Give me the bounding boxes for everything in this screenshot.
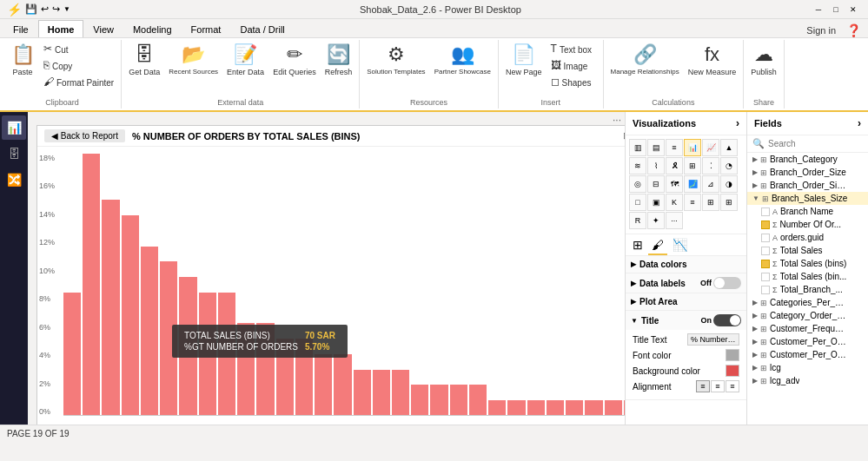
viz-area[interactable]: ▲ [720,139,738,156]
bar-15[interactable] [354,370,371,416]
data-labels-toggle[interactable] [713,277,741,289]
minimize-button[interactable]: ─ [811,3,826,16]
bar-28[interactable] [605,400,622,416]
field-item-categories-per-ord[interactable]: ▶ ⊞ Categories_Per_Ord... [747,296,868,309]
viz-clustered-bar[interactable]: ≡ [666,139,683,156]
cut-button[interactable]: ✂ Cut [40,42,117,57]
bar-26[interactable] [566,400,583,416]
viz-waterfall[interactable]: ⊞ [684,157,701,175]
viz-donut[interactable]: ◎ [629,175,646,193]
back-to-report-button[interactable]: ◀ Back to Report [44,129,125,142]
title-text-input[interactable]: % Number Of... [687,333,739,346]
maximize-button[interactable]: □ [828,3,844,16]
bar-20[interactable] [450,385,467,416]
publish-button[interactable]: ☁ Publish [747,42,780,92]
tab-modeling[interactable]: Modeling [123,20,182,37]
bar-13[interactable] [315,354,332,416]
viz-more[interactable]: ··· [666,212,683,229]
field-checkbox[interactable] [761,286,770,294]
manage-relationships-button[interactable]: 🔗 Manage Relationships [607,42,683,92]
viz-stacked-area[interactable]: ≋ [629,157,646,175]
field-item-branch-order-size[interactable]: ▶ ⊞ Branch_Order_Size [747,166,868,179]
tab-format[interactable]: Format [182,20,231,37]
viz-gauge[interactable]: ◑ [720,175,738,193]
field-checkbox-checked[interactable] [761,260,770,268]
bar-25[interactable] [547,400,564,416]
get-data-button[interactable]: 🗄 Get Data [125,42,163,92]
field-item-lcg-adv[interactable]: ▶ ⊞ lcg_adv [747,374,868,387]
bar-19[interactable] [430,385,447,416]
viz-kpi[interactable]: K [666,194,683,211]
enter-data-button[interactable]: 📝 Enter Data [223,42,268,92]
fields-search-input[interactable] [768,139,868,148]
viz-collapse-icon[interactable]: › [736,117,739,129]
edit-queries-button[interactable]: ✏ Edit Queries [269,42,320,92]
nav-relationships-icon[interactable]: 🔀 [2,168,26,192]
bar-16[interactable] [373,370,390,416]
bar-27[interactable] [585,400,602,416]
align-center-button[interactable]: ≡ [711,380,725,392]
viz-slicer[interactable]: ≡ [684,194,701,211]
field-item-branch-category[interactable]: ▶ ⊞ Branch_Category [747,153,868,166]
image-button[interactable]: 🖼 Image [547,58,600,74]
recent-sources-button[interactable]: 📂 Recent Sources [165,42,222,92]
partner-showcase-button[interactable]: 👥 Partner Showcase [431,42,494,92]
chart-focus-icon[interactable]: ⊞ [623,130,625,142]
data-colors-header[interactable]: ▶ Data colors [626,256,746,273]
field-checkbox[interactable] [761,234,770,242]
field-item-category-order-siz[interactable]: ▶ ⊞ Category_Order_Siz... [747,309,868,322]
viz-custom[interactable]: ✦ [647,212,665,229]
nav-data-icon[interactable]: 🗄 [2,142,26,166]
viz-stacked-col[interactable]: ▤ [647,139,665,156]
field-item-total-sales[interactable]: Σ Total Sales [747,244,868,257]
field-item-total-sales-bins[interactable]: Σ Total Sales (bins) [747,257,868,270]
viz-pie[interactable]: ◔ [720,157,738,175]
align-left-button[interactable]: ≡ [696,380,710,392]
viz-treemap[interactable]: ⊟ [647,175,665,193]
fields-collapse-icon[interactable]: › [858,117,861,129]
bar-3[interactable] [122,215,139,416]
align-right-button[interactable]: ≡ [726,380,739,392]
title-section-header[interactable]: ▼ Title On [626,311,746,330]
text-box-button[interactable]: T Text box [547,42,600,57]
format-painter-button[interactable]: 🖌 Format Painter [40,75,117,90]
viz-multirow-card[interactable]: ▣ [647,194,665,211]
new-page-button[interactable]: 📄 New Page [502,42,546,92]
bar-22[interactable] [488,400,506,416]
field-item-customer-per-order[interactable]: ▶ ⊞ Customer_Per_Order [747,335,868,348]
field-item-orders-guid[interactable]: A orders.guid [747,231,868,244]
field-item-customer-frequen[interactable]: ▶ ⊞ Customer_Frequen... [747,322,868,335]
data-labels-header[interactable]: ▶ Data labels Off [626,273,746,293]
viz-line-col[interactable]: ⌇ [647,157,665,175]
signin-label[interactable]: Sign in [799,23,843,37]
plot-area-header[interactable]: ▶ Plot Area [626,293,746,310]
bar-4[interactable] [141,247,158,416]
field-item-branch-order-size-1[interactable]: ▶ ⊞ Branch_Order_Size_1 [747,179,868,192]
viz-filled-map[interactable]: 🗾 [684,175,701,193]
title-toggle[interactable] [713,314,741,326]
field-checkbox[interactable] [761,207,770,216]
field-item-lcg[interactable]: ▶ ⊞ lcg [747,361,868,374]
tab-file[interactable]: File [3,20,38,37]
viz-ribbon[interactable]: 🎗 [666,157,683,175]
solution-templates-button[interactable]: ⚙ Solution Templates [363,42,428,92]
viz-clustered-col[interactable]: 📊 [684,139,701,156]
bar-21[interactable] [469,385,487,416]
bar-2[interactable] [102,200,119,416]
viz-tab-fields[interactable]: ⊞ [629,236,646,255]
qat-undo[interactable]: ↩ [41,3,49,15]
bar-14[interactable] [334,354,351,416]
bar-18[interactable] [411,385,428,416]
qat-redo[interactable]: ↪ [52,3,60,15]
nav-report-icon[interactable]: 📊 [2,115,26,140]
tab-data-drill[interactable]: Data / Drill [230,20,294,37]
font-color-swatch[interactable] [726,349,739,361]
field-item-customer-per-ord2[interactable]: ▶ ⊞ Customer_Per_Ord... [747,348,868,361]
bg-color-swatch[interactable] [726,365,739,377]
field-checkbox[interactable] [761,247,770,255]
bar-24[interactable] [527,400,545,416]
field-checkbox[interactable] [761,273,770,281]
field-item-branch-name[interactable]: A Branch Name [747,205,868,218]
field-checkbox-checked[interactable] [761,221,770,229]
viz-r-visual[interactable]: R [629,212,646,229]
